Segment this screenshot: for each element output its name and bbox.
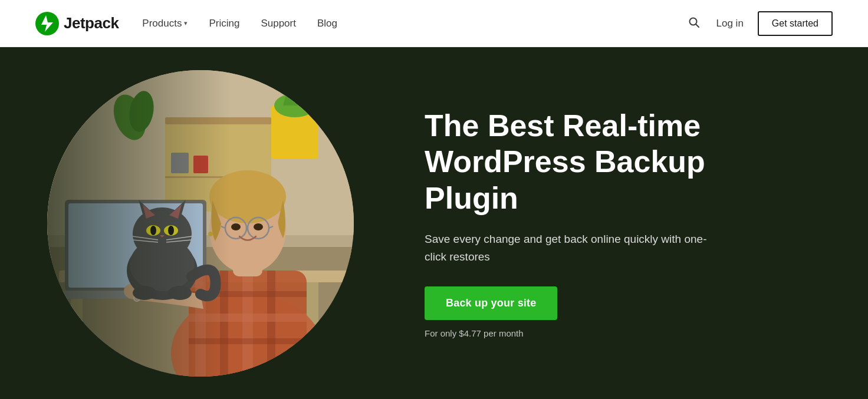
nav-blog[interactable]: Blog xyxy=(317,18,337,29)
login-link[interactable]: Log in xyxy=(716,18,744,29)
logo-link[interactable]: Jetpack xyxy=(35,12,119,35)
header-right-actions: Log in Get started xyxy=(686,11,833,36)
hero-image-container xyxy=(0,47,401,399)
hero-illustration xyxy=(47,70,354,377)
site-header: Jetpack Products ▾ Pricing Support Blog … xyxy=(0,0,868,47)
hero-title: The Best Real-time WordPress Backup Plug… xyxy=(425,108,755,216)
search-icon xyxy=(688,17,700,28)
hero-content: The Best Real-time WordPress Backup Plug… xyxy=(401,72,868,374)
products-chevron-icon: ▾ xyxy=(184,19,188,27)
logo-text: Jetpack xyxy=(64,14,119,32)
cta-backup-button[interactable]: Back up your site xyxy=(425,286,557,320)
hero-section: The Best Real-time WordPress Backup Plug… xyxy=(0,47,868,399)
nav-products[interactable]: Products ▾ xyxy=(142,18,188,29)
svg-line-2 xyxy=(696,24,699,27)
nav-pricing[interactable]: Pricing xyxy=(209,18,239,29)
get-started-button[interactable]: Get started xyxy=(758,11,833,36)
jetpack-logo-icon xyxy=(35,12,59,35)
hero-subtitle: Save every change and get back online qu… xyxy=(425,230,719,265)
svg-rect-64 xyxy=(47,70,354,377)
main-nav: Products ▾ Pricing Support Blog xyxy=(142,18,685,29)
price-note: For only $4.77 per month xyxy=(425,328,821,338)
hero-circle-image xyxy=(47,70,354,377)
search-button[interactable] xyxy=(686,14,702,32)
nav-support[interactable]: Support xyxy=(261,18,296,29)
